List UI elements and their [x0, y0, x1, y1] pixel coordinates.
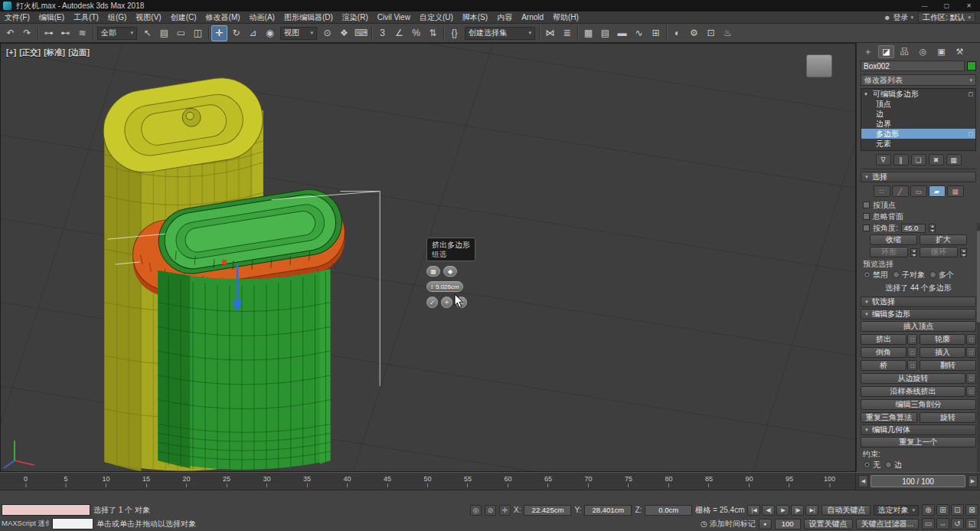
timeline-tick[interactable]: 25 [223, 475, 230, 487]
menu-item[interactable]: 渲染(R) [338, 11, 373, 23]
selection-lock-icon[interactable]: ⊘ [485, 505, 496, 516]
timeline-tick[interactable]: 0 [24, 475, 28, 487]
schematic-view-icon[interactable]: ⊞ [648, 25, 664, 41]
timeline-tick[interactable]: 100 [824, 475, 835, 487]
settings-box-icon[interactable]: □ [966, 373, 976, 384]
extrude-type-button[interactable]: ▦ [426, 266, 440, 277]
angle-spinner[interactable] [929, 224, 936, 232]
repeat-last-button[interactable]: 重复上一个 [861, 437, 976, 447]
ring-spinner[interactable] [910, 248, 917, 257]
edit-poly-button[interactable]: 旋转 [920, 412, 976, 423]
settings-box-icon[interactable]: □ [966, 386, 976, 397]
z-coordinate-field[interactable]: 0.0cm [645, 505, 692, 516]
selection-filter-dropdown[interactable]: 全部▾ [97, 27, 137, 40]
keyboard-override-icon[interactable]: ⌨ [353, 25, 369, 41]
show-end-result-icon[interactable]: ∥ [893, 154, 909, 166]
maxscript-mini-listener[interactable] [52, 518, 93, 529]
menu-item[interactable]: 创建(C) [166, 11, 201, 23]
constraint-option[interactable]: 无 [864, 460, 880, 470]
extrude-mode-button[interactable]: ◆ [443, 266, 457, 277]
material-editor-icon[interactable]: ◐ [669, 25, 685, 41]
maximize-viewport-icon[interactable]: ◱ [965, 518, 978, 529]
timeline-tick[interactable]: 55 [464, 475, 472, 487]
y-coordinate-field[interactable]: 28.401cm [584, 505, 632, 516]
pan-icon[interactable]: ⇔ [936, 518, 949, 529]
select-manipulate-icon[interactable]: ❖ [336, 25, 352, 41]
select-object-icon[interactable]: ↖ [139, 25, 155, 41]
isolate-selection-icon[interactable]: ◎ [470, 505, 482, 516]
add-time-tag-button[interactable]: ◷ 添加时间标记 [701, 519, 756, 529]
edit-poly-button[interactable]: 倒角 [861, 347, 906, 358]
extrude-height-spinner[interactable]: ↕ 5.026cm [426, 281, 463, 292]
preview-option[interactable]: 多个 [929, 270, 954, 280]
subobject-polygon-icon[interactable]: ▰ [929, 185, 946, 197]
render-setup-icon[interactable]: ⚙ [686, 25, 702, 41]
edit-poly-button[interactable]: 桥 [861, 360, 906, 371]
menu-item[interactable]: 组(G) [103, 11, 131, 23]
subobject-border-icon[interactable]: ▭ [910, 185, 927, 197]
stack-row[interactable]: 边 [861, 109, 975, 119]
time-ruler[interactable]: 0510152025303540455055606570758085909510… [0, 473, 856, 490]
viewport-label-token[interactable]: [边面] [68, 48, 90, 58]
render-production-icon[interactable]: ♨ [720, 25, 736, 41]
rollout-edit-polygons[interactable]: ▼ 编辑多边形 [861, 309, 976, 320]
model-green-body[interactable] [154, 185, 347, 471]
menu-item[interactable]: 修改器(M) [201, 11, 245, 23]
ribbon-toggle-icon[interactable]: ▬ [614, 25, 630, 41]
subobject-vertex-icon[interactable]: ∷ [874, 185, 890, 197]
align-icon[interactable]: ≣ [559, 25, 575, 41]
menu-item[interactable]: 工具(T) [69, 11, 103, 23]
window-crossing-icon[interactable]: ◫ [190, 25, 206, 41]
menu-item[interactable]: 内容 [492, 11, 517, 23]
caddy-ok-button[interactable]: ✓ [426, 297, 438, 308]
select-scale-icon[interactable]: ⊿ [245, 25, 261, 41]
maximize-button[interactable]: ▢ [936, 0, 958, 11]
rollout-selection[interactable]: ▼ 选择 [861, 172, 976, 182]
pin-stack-icon[interactable]: ∇ [876, 154, 891, 166]
x-coordinate-field[interactable]: 22.425cm [524, 505, 571, 516]
stack-row[interactable]: 元素 [861, 139, 975, 149]
timeline-tick[interactable]: 80 [665, 475, 672, 487]
edit-poly-button[interactable]: 插入顶点 [861, 321, 976, 332]
settings-box-icon[interactable]: □ [907, 334, 917, 345]
by-angle-checkbox[interactable] [863, 225, 870, 231]
select-move-icon[interactable]: ✛ [211, 25, 227, 41]
auto-key-button[interactable]: 自动关键点 [822, 505, 871, 516]
select-by-name-icon[interactable]: ▤ [156, 25, 172, 41]
viewcube[interactable] [806, 54, 832, 77]
coordinate-mode-icon[interactable]: ✛ [499, 505, 511, 516]
timeline-tick[interactable]: 45 [384, 475, 391, 487]
menu-item[interactable]: 编辑(E) [34, 11, 69, 23]
timeline-tick[interactable]: 90 [745, 475, 753, 487]
subobject-edge-icon[interactable]: ╱ [892, 185, 909, 197]
viewport-label-token[interactable]: [+] [6, 48, 16, 58]
preview-option[interactable]: 禁用 [864, 270, 888, 280]
selection-region-icon[interactable]: ▭ [173, 25, 189, 41]
menu-item[interactable]: 帮助(H) [548, 11, 583, 23]
spinner-snap-icon[interactable]: ⇅ [425, 25, 441, 41]
use-pivot-center-icon[interactable]: ⊙ [319, 25, 335, 41]
edit-selection-sets-icon[interactable]: {} [446, 25, 462, 41]
angle-field[interactable]: 45.0 [901, 224, 926, 233]
tab-motion[interactable]: ◎ [915, 45, 931, 58]
rollout-soft-selection[interactable]: ▼ 软选择 [861, 297, 976, 307]
tab-create[interactable]: ＋ [860, 45, 876, 58]
previous-frame-button[interactable]: ◀| [762, 505, 775, 516]
panel-scrollbar[interactable] [977, 223, 980, 472]
ring-button[interactable]: 环形 [870, 247, 908, 257]
menu-item[interactable]: 文件(F) [0, 11, 34, 23]
scene-explorer-icon[interactable]: ▦ [580, 25, 596, 41]
ignore-backfacing-checkbox[interactable] [863, 213, 870, 220]
modifier-list-dropdown[interactable]: 修改器列表 ▾ [861, 74, 976, 86]
play-button[interactable]: ▶ [776, 505, 789, 516]
key-filters-button[interactable]: 关键点过滤器... [856, 519, 919, 529]
snap-toggle-3d-icon[interactable]: 3 [374, 25, 390, 41]
loop-spinner[interactable] [960, 248, 967, 257]
tab-display[interactable]: ▣ [933, 45, 949, 58]
timeline-tick[interactable]: 15 [142, 475, 150, 487]
expander-icon[interactable]: ▼ [864, 92, 871, 97]
timeline-tick[interactable]: 35 [303, 475, 311, 487]
close-button[interactable]: ✕ [958, 0, 980, 11]
object-color-swatch[interactable] [967, 61, 976, 70]
reference-coordinate-dropdown[interactable]: 视图▾ [280, 27, 317, 40]
